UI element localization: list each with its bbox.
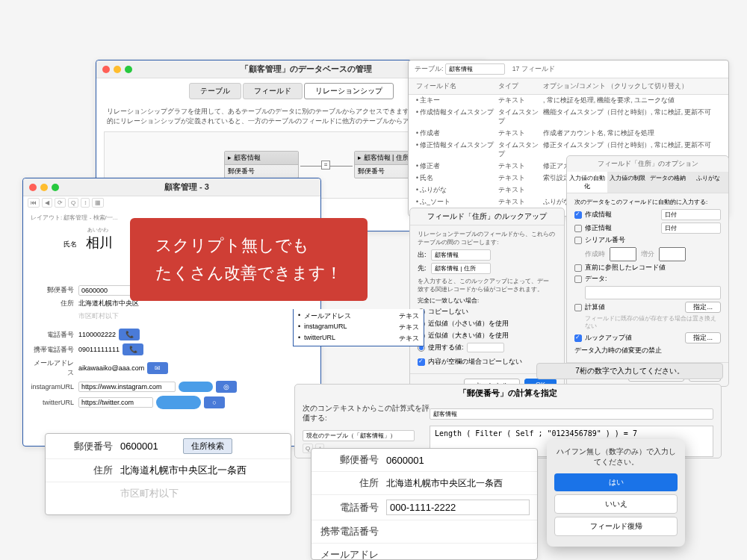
headline-banner: スクリプト無しでも たくさん改善できます！ [130, 218, 368, 301]
instruction-strip: 7桁の数字で入力してください。 [536, 363, 723, 379]
confirm-revert-button[interactable]: フィールド復帰 [554, 517, 678, 536]
address-search-button[interactable]: 住所検索 [183, 438, 232, 454]
erd-relation-box[interactable]: = [321, 161, 330, 169]
detail-card-2: 郵便番号0600001 住所北海道札幌市中央区北一条西 電話番号 携帯電話番号 … [311, 448, 538, 560]
phone-icon[interactable]: 📞 [119, 329, 140, 340]
traffic-lights [102, 66, 132, 73]
field-row[interactable]: • 作成情報タイムスタンプタイムスタンプ機能タイムスタンプ（日付と時刻）, 常に… [409, 107, 728, 128]
lookup-specify-button[interactable]: 指定... [685, 332, 721, 343]
fields-header: フィールド名 タイプ オプション/コメント （クリックして切り替え） [409, 78, 728, 95]
twitter-icon[interactable]: ○ [204, 396, 225, 408]
mobile-icon[interactable]: 📞 [123, 343, 143, 355]
tab-storage[interactable]: データの格納 [648, 172, 688, 193]
close-icon[interactable] [29, 184, 37, 191]
lookup-title: フィールド「住所」のルックアップ [410, 208, 564, 225]
record-titlebar: 顧客管理 - 3 [23, 178, 320, 196]
record-title: 顧客管理 - 3 [59, 181, 314, 193]
tab-tables[interactable]: テーブル [189, 83, 241, 99]
erd-table-left[interactable]: ▸ 顧客情報 郵便番号 [224, 151, 299, 178]
minimize-icon[interactable] [40, 184, 48, 191]
confirm-yes-button[interactable]: はい [554, 473, 678, 491]
phone-input[interactable] [386, 500, 530, 515]
zoom-icon[interactable] [52, 184, 59, 191]
field-row[interactable]: • 作成者テキスト作成者アカウント名, 常に検証を処理 [409, 128, 728, 140]
tab-auto-enter[interactable]: 入力値の自動化 [567, 172, 607, 193]
address2-placeholder[interactable]: 市区町村以下 [78, 311, 119, 321]
table-select[interactable]: 顧客情報 [445, 63, 505, 75]
instagram-icon[interactable]: ◎ [216, 381, 237, 393]
field-options-dialog: フィールド「住所」のオプション 入力値の自動化 入力値の制限 データの格納 ふり… [566, 155, 729, 387]
detail-card: 郵便番号 0600001 住所検索 住所北海道札幌市中央区北一条西 市区町村以下 [45, 433, 291, 515]
lookup-value-input[interactable] [467, 343, 504, 352]
tab-relationships[interactable]: リレーションシップ [304, 83, 394, 99]
nav-prev-icon[interactable]: ◀ [42, 198, 52, 208]
calc-table-select[interactable]: 現在のテーブル（「顧客情報」） [303, 430, 415, 441]
confirm-no-button[interactable]: いいえ [554, 494, 678, 514]
zoom-icon[interactable] [125, 66, 132, 73]
calc-context-select[interactable]: 顧客情報 [430, 408, 713, 420]
minimize-icon[interactable] [114, 66, 121, 73]
data-value-input[interactable] [585, 286, 721, 299]
confirm-dialog: ハイフン無し（数字のみ）で入力してください。 はい いいえ フィールド復帰 [547, 439, 685, 547]
tab-furigana[interactable]: ふりがな [688, 172, 728, 193]
tab-validation[interactable]: 入力値の制限 [607, 172, 648, 193]
layout-toolbar: ⏮◀⟳Q↕▦ [23, 196, 320, 209]
chk-skip-empty[interactable] [418, 358, 425, 366]
field-row[interactable]: • 主キーテキスト, 常に検証を処理, 機能を要求, ユニークな値 [409, 95, 728, 107]
fields-toolbar: テーブル: 顧客情報 17 フィールド [409, 60, 728, 78]
tab-fields[interactable]: フィールド [243, 83, 303, 99]
close-icon[interactable] [102, 66, 110, 73]
nav-first-icon[interactable]: ⏮ [28, 198, 40, 208]
name-value[interactable]: 相川 [81, 234, 113, 252]
email-icon[interactable]: ✉ [147, 362, 168, 374]
field-sublist: •メールアドレステキス •instagramURLテキス •twitterURL… [293, 309, 424, 346]
calc-specify-button[interactable]: 指定... [685, 302, 721, 313]
detail-postal[interactable]: 0600001 [120, 441, 180, 452]
lookup-target-select[interactable]: 顧客情報 | 住所 [431, 263, 491, 274]
lookup-from-select[interactable]: 顧客情報 [431, 249, 491, 261]
address-value[interactable]: 北海道札幌市中央区 [78, 299, 139, 308]
